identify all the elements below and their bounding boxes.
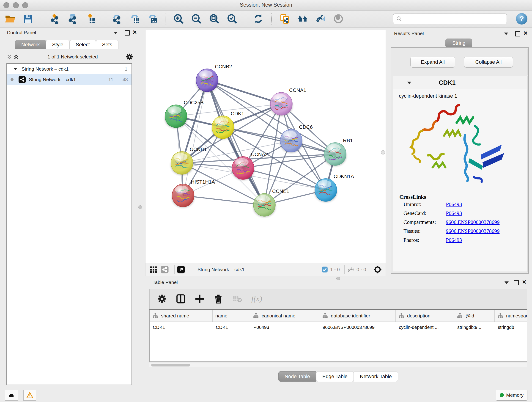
- open-in-browser-button[interactable]: [177, 265, 185, 274]
- delete-column-button[interactable]: [212, 293, 224, 305]
- first-neighbors-button[interactable]: [297, 13, 309, 25]
- crosslink-link[interactable]: 9606.ENSP00000378699: [446, 228, 500, 234]
- zoom-out-button[interactable]: [190, 13, 202, 25]
- import-network-file-button[interactable]: [48, 13, 60, 25]
- tab-style[interactable]: Style: [46, 40, 70, 49]
- open-session-button[interactable]: [4, 13, 16, 25]
- collapse-all-button[interactable]: Collapse All: [464, 57, 513, 68]
- tab-network-table[interactable]: Network Table: [354, 371, 398, 382]
- table-gear-button[interactable]: [156, 293, 168, 305]
- control-panel-close-icon[interactable]: ✕: [133, 30, 137, 34]
- export-image-button[interactable]: [146, 13, 158, 25]
- add-column-button[interactable]: [194, 293, 206, 305]
- selected-checkbox-icon[interactable]: [322, 266, 328, 273]
- scrollbar-thumb[interactable]: [151, 364, 190, 366]
- birds-eye-view-icon[interactable]: [373, 265, 382, 274]
- delete-table-button[interactable]: [231, 293, 243, 305]
- column-header-description[interactable]: description: [396, 310, 454, 322]
- control-panel-float-icon[interactable]: [125, 30, 130, 36]
- network-node-rb1[interactable]: RB1: [324, 138, 353, 166]
- network-node-ccnb2[interactable]: CCNB2: [196, 64, 232, 92]
- search-box[interactable]: [393, 13, 507, 24]
- network-share-button[interactable]: [161, 265, 169, 274]
- collapse-all-chevron-icon[interactable]: [6, 53, 13, 60]
- crosslink-link[interactable]: 9606.ENSP00000378699: [446, 219, 500, 225]
- expand-all-button[interactable]: Expand All: [410, 57, 455, 68]
- column-header-shared-name[interactable]: shared name: [150, 310, 213, 322]
- warnings-button[interactable]: [23, 390, 36, 401]
- network-edge[interactable]: [223, 127, 335, 154]
- network-node-ccnb1[interactable]: CCNB1: [171, 147, 207, 175]
- column-header-name[interactable]: name: [213, 310, 250, 322]
- network-canvas[interactable]: CCNB2CCNA1CDC25BCDK1CDC6RB1CCNB1CCNA2CDK…: [146, 30, 386, 263]
- import-table-button[interactable]: [84, 13, 96, 25]
- save-session-button[interactable]: [22, 13, 34, 25]
- table-panel-float-icon[interactable]: [514, 280, 519, 285]
- table-row[interactable]: CDK1CDK1P064939606.ENSP00000378699cyclin…: [150, 322, 527, 332]
- results-panel-menu-icon[interactable]: [504, 32, 508, 35]
- table-panel-close-icon[interactable]: ✕: [522, 280, 526, 284]
- column-header-database-identifier[interactable]: database identifier: [319, 310, 396, 322]
- bottom-splitter-handle[interactable]: [336, 277, 340, 280]
- column-header--id[interactable]: @id: [454, 310, 495, 322]
- table-horizontal-scrollbar[interactable]: [149, 363, 527, 367]
- help-button[interactable]: ?: [516, 13, 527, 25]
- table-panel-menu-icon[interactable]: [505, 281, 509, 284]
- export-network-button[interactable]: [110, 13, 122, 25]
- network-node-cdk1[interactable]: CDK1: [212, 111, 244, 139]
- expand-all-chevron-icon[interactable]: [13, 53, 20, 60]
- node-label: CDC6: [299, 124, 313, 130]
- hide-selected-button[interactable]: [315, 13, 326, 25]
- crosslink-link[interactable]: P06493: [446, 201, 462, 207]
- crosslink-link[interactable]: P06493: [446, 211, 462, 216]
- import-network-icon: [49, 13, 60, 25]
- gene-collapse-icon[interactable]: [407, 82, 411, 84]
- network-node-ccna1[interactable]: CCNA1: [270, 87, 306, 116]
- crosslink-link[interactable]: P06493: [446, 237, 462, 243]
- refresh-button[interactable]: [253, 13, 264, 25]
- network-node-cdkn1a[interactable]: CDKN1A: [315, 173, 354, 202]
- network-edge[interactable]: [183, 196, 264, 205]
- grid-view-button[interactable]: [149, 265, 157, 274]
- network-options-gear-icon[interactable]: [126, 53, 133, 61]
- node-label: CDC25B: [184, 100, 204, 105]
- memory-button[interactable]: Memory: [496, 390, 527, 401]
- function-builder-button[interactable]: f(x): [250, 294, 264, 303]
- column-label: canonical name: [262, 313, 295, 319]
- search-input[interactable]: [404, 16, 504, 22]
- node-label: RB1: [343, 138, 353, 143]
- network-collection-row[interactable]: String Network – cdk1 1: [7, 64, 132, 74]
- export-table-button[interactable]: [128, 13, 140, 25]
- gene-header-row[interactable]: CDK1: [393, 76, 527, 89]
- node-table: shared name name canonical name database…: [149, 309, 527, 362]
- left-splitter-handle[interactable]: [138, 205, 142, 209]
- import-network-database-button[interactable]: [66, 13, 78, 25]
- tab-sets[interactable]: Sets: [96, 40, 119, 49]
- show-columns-button[interactable]: [175, 293, 187, 305]
- column-header-namespac[interactable]: namespac: [495, 310, 527, 322]
- table-cell: cyclin-dependent ...: [396, 322, 454, 332]
- tab-select[interactable]: Select: [70, 40, 96, 49]
- results-panel-close-icon[interactable]: ✕: [523, 31, 528, 35]
- network-node-hist1h1a[interactable]: HIST1H1A: [172, 179, 215, 208]
- right-splitter-handle[interactable]: [381, 150, 385, 154]
- show-all-button[interactable]: [332, 13, 344, 25]
- hidden-eye-slash-icon[interactable]: [347, 266, 354, 273]
- collection-expand-icon[interactable]: [13, 68, 17, 70]
- tab-node-table[interactable]: Node Table: [278, 371, 316, 382]
- tab-network[interactable]: Network: [15, 40, 46, 49]
- clone-network-button[interactable]: [279, 13, 291, 25]
- zoom-selected-button[interactable]: [226, 13, 238, 25]
- network-row[interactable]: String Network – cdk1 11 48: [7, 74, 132, 85]
- tab-edge-table[interactable]: Edge Table: [316, 371, 354, 382]
- network-edge[interactable]: [207, 80, 281, 104]
- zoom-in-button[interactable]: [172, 13, 184, 25]
- cloud-status-button[interactable]: [5, 390, 18, 401]
- control-panel-menu-icon[interactable]: [114, 32, 118, 34]
- zoom-fit-button[interactable]: [208, 13, 220, 25]
- crosslink-label: Uniprot:: [404, 201, 446, 207]
- tab-string[interactable]: String: [445, 38, 472, 48]
- column-header-canonical-name[interactable]: canonical name: [250, 310, 319, 322]
- results-panel-float-icon[interactable]: [515, 31, 520, 36]
- column-label: namespac: [506, 313, 527, 319]
